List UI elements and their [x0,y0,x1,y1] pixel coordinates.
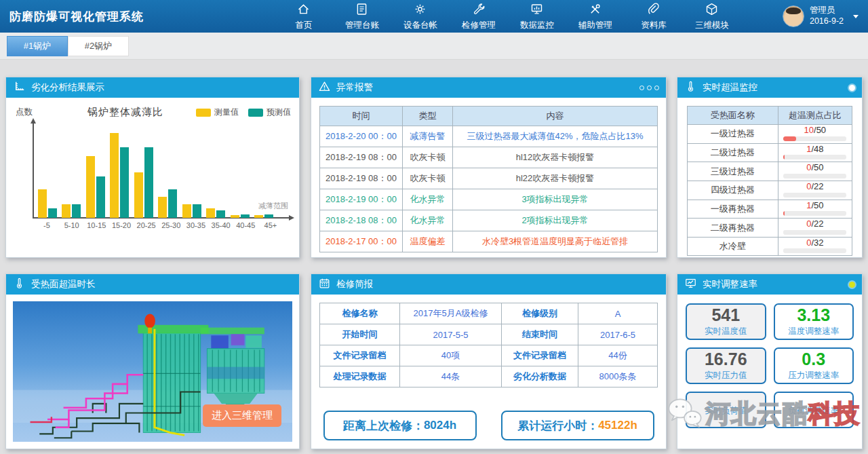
table-row: 一级再热器1/50 [688,200,852,219]
bar-预测值 [264,214,273,218]
panel-title: 检修简报 [336,278,373,290]
chart-title: 锅炉整体减薄比 [55,106,196,119]
x-tick: 10-15 [84,221,108,229]
overtemp-ratio: 0/50 [778,163,852,172]
panel-title: 受热面超温时长 [31,278,96,290]
panel-overtemp-duration-3d: 受热面超温时长 [5,273,300,449]
nav-item-首页[interactable]: 首页 [286,2,321,31]
tab-boiler-2[interactable]: #2锅炉 [68,36,129,56]
top-nav-bar: 防磨防爆可视化管理系统 首页管理台账设备台帐检修管理数据监控辅助管理资料库三维模… [0,0,868,33]
panel-maintenance-brief: 检修简报 检修名称2017年5月A级检修检修级别A开始时间2017-5-5结束时… [311,273,667,449]
overtemp-ratio-cell: 0/50 [778,162,852,181]
chart-x-label: 减薄范围 [258,201,288,211]
rate-card: 0.3压力调整速率 [774,347,854,384]
tab-boiler-1[interactable]: #1锅炉 [7,36,68,56]
table-row: 文件记录留档40项文件记录留档44份 [320,345,658,366]
bar-测量值 [158,197,167,218]
monitor-chart-icon [684,277,697,292]
alarm-time: 2018-2-18 08：00 [320,210,403,231]
table-row: 2018-2-18 08：00化水异常2项指标出现异常 [320,210,658,231]
rate-label: 实时负荷值 [705,405,747,417]
alarm-content: 3项指标出现异常 [453,189,658,210]
progress-fill [783,136,796,141]
table-row: 检修名称2017年5月A级检修检修级别A [320,303,658,324]
brief-label: 文件记录留档 [320,345,400,366]
brief-label: 检修名称 [320,303,400,324]
nav-item-资料库[interactable]: 资料库 [636,2,671,31]
user-date: 2016-9-2 [810,16,844,27]
x-tick: 40-45 [233,221,258,229]
bar-测量值 [206,208,215,218]
table-row: 处理记录数据44条劣化分析数据8000条条 [320,366,658,387]
table-row: 开始时间2017-5-5结束时间2017-6-5 [320,324,658,345]
overtemp-ratio: 0/22 [778,182,852,191]
nav-item-数据监控[interactable]: 数据监控 [519,2,555,31]
user-info[interactable]: 管理员 2016-9-2 [783,5,859,27]
overtemp-ratio-cell: 0/32 [778,237,852,256]
x-tick: -5 [35,221,59,229]
bar-group [38,189,57,219]
rate-label: 温度调整速率 [788,326,839,337]
bar-测量值 [231,215,239,218]
rate-value: 16.76 [705,350,747,368]
bar-测量值 [62,204,71,218]
x-tick: 15-20 [109,221,134,229]
bar-测量值 [86,156,95,218]
enter-3d-management-button[interactable]: 进入三维管理 [203,404,281,427]
alarm-content: 三级过热器最大减薄值42%，危险点占比13% [453,126,658,147]
column-header: 内容 [453,107,658,126]
progress-bar [783,174,846,178]
alarm-content: hl12吹灰器卡顿报警 [453,147,658,168]
stat-button[interactable]: 累计运行小时：45122h [501,411,654,440]
panel-menu-dots[interactable] [639,86,659,90]
overtemp-table: 受热面名称超温测点占比 一级过热器10/50二级过热器1/48三级过热器0/50… [687,106,852,256]
overtemp-count: 10 [804,125,814,135]
column-header: 时间 [320,107,403,126]
tools-icon [588,2,602,19]
rate-value: 541 [711,306,740,324]
table-row: 三级过热器0/50 [688,162,852,181]
dropdown-caret-icon[interactable] [853,15,859,18]
column-header: 类型 [403,107,453,126]
rate-value: 0.3 [802,350,825,368]
thermometer-icon [684,80,697,96]
brief-value: 44份 [578,345,658,366]
surface-name: 二级过热器 [688,143,778,162]
bar-预测值 [120,147,129,218]
brief-value: 40项 [400,345,502,366]
panel-degradation-analysis: 劣化分析结果展示 点数 锅炉整体减薄比 测量值预测值 减薄范围 -55-1010… [5,77,300,258]
surface-name: 一级再热器 [688,200,778,219]
alarm-content: 2项指标出现异常 [453,210,658,231]
ledger-icon [355,2,369,19]
stat-button[interactable]: 距离上次检修：8024h [323,411,477,440]
stat-button-value: 8024h [424,419,456,432]
overtemp-total: /50 [811,200,823,210]
bar-预测值 [96,176,105,218]
alarm-type: 化水异常 [403,210,453,231]
brief-label: 结束时间 [502,324,578,345]
brief-value: 8000条条 [578,366,658,387]
bar-预测值 [216,210,225,218]
nav-item-label: 数据监控 [520,20,554,31]
nav-item-管理台账[interactable]: 管理台账 [344,2,380,31]
bar-预测值 [193,204,201,218]
table-row: 二级过热器1/48 [688,143,852,162]
panel-abnormal-alarms: 异常报警 时间类型内容 2018-2-20 00：00减薄告警三级过热器最大减薄… [311,77,667,258]
progress-bar [783,211,846,216]
legend-item: 预测值 [248,107,291,118]
progress-fill [783,155,785,159]
alarm-time: 2018-2-20 00：00 [320,126,403,147]
nav-item-设备台帐[interactable]: 设备台帐 [403,2,438,31]
overtemp-ratio-cell: 10/50 [778,125,852,144]
surface-name: 二级再热器 [688,219,778,238]
nav-item-检修管理[interactable]: 检修管理 [461,2,496,31]
overtemp-ratio-cell: 0/22 [778,181,852,200]
rate-label: 实时压力值 [705,370,747,381]
brief-label: 劣化分析数据 [502,366,578,387]
alarm-type: 吹灰卡顿 [403,168,453,189]
table-row: 四级过热器0/22 [688,181,852,200]
x-tick: 20-25 [134,221,159,229]
bar-group [134,147,153,218]
nav-item-三维模块[interactable]: 三维模块 [694,2,730,31]
nav-item-辅助管理[interactable]: 辅助管理 [578,2,613,31]
